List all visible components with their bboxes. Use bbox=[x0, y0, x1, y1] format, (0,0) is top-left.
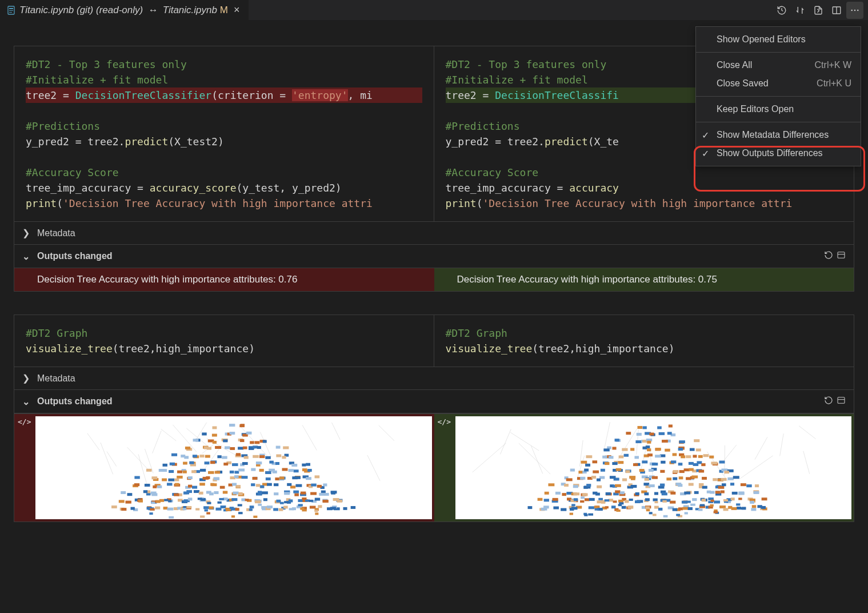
menu-show-opened-editors[interactable]: Show Opened Editors bbox=[696, 30, 861, 49]
svg-rect-464 bbox=[709, 456, 714, 459]
svg-rect-72 bbox=[283, 446, 289, 449]
chevron-down-icon: ⌄ bbox=[22, 396, 31, 407]
revert-icon[interactable] bbox=[824, 396, 833, 407]
svg-rect-752 bbox=[738, 497, 742, 500]
svg-rect-583 bbox=[746, 484, 751, 487]
menu-show-outputs-diff[interactable]: ✓Show Outputs Differences bbox=[696, 144, 861, 162]
svg-rect-747 bbox=[710, 500, 714, 502]
svg-rect-226 bbox=[194, 490, 199, 493]
svg-rect-203 bbox=[274, 483, 278, 486]
svg-rect-566 bbox=[643, 483, 649, 485]
svg-rect-95 bbox=[170, 463, 175, 465]
svg-rect-620 bbox=[732, 492, 738, 495]
toggle-output-icon[interactable] bbox=[837, 396, 846, 407]
svg-rect-328 bbox=[267, 505, 273, 508]
svg-rect-737 bbox=[619, 502, 623, 504]
close-icon[interactable]: × bbox=[231, 4, 242, 16]
svg-rect-551 bbox=[564, 484, 569, 487]
svg-rect-212 bbox=[323, 483, 327, 486]
svg-rect-739 bbox=[584, 514, 587, 516]
svg-rect-34 bbox=[229, 424, 235, 427]
svg-rect-81 bbox=[222, 456, 228, 459]
svg-rect-91 bbox=[277, 454, 282, 457]
svg-rect-560 bbox=[615, 484, 621, 487]
svg-rect-746 bbox=[653, 514, 657, 516]
svg-rect-225 bbox=[184, 492, 190, 495]
svg-rect-477 bbox=[652, 463, 658, 465]
svg-rect-80 bbox=[218, 455, 222, 458]
svg-rect-242 bbox=[285, 492, 290, 495]
svg-rect-382 bbox=[258, 504, 262, 506]
svg-rect-532 bbox=[645, 478, 649, 481]
svg-rect-307 bbox=[167, 508, 174, 511]
svg-rect-346 bbox=[289, 508, 294, 510]
svg-rect-418 bbox=[615, 439, 619, 441]
svg-line-31 bbox=[127, 447, 150, 472]
svg-line-390 bbox=[723, 445, 736, 461]
menu-close-saved[interactable]: Close SavedCtrl+K U bbox=[696, 74, 861, 93]
svg-rect-590 bbox=[573, 492, 579, 495]
svg-rect-202 bbox=[267, 483, 273, 486]
svg-rect-507 bbox=[673, 470, 679, 473]
svg-rect-330 bbox=[274, 508, 279, 511]
code-pane-right[interactable]: #DT2 Graph visualize_tree(tree2,high_imp… bbox=[434, 315, 854, 367]
code-pane-left[interactable]: #DT2 Graph visualize_tree(tree2,high_imp… bbox=[14, 315, 434, 367]
code-pane-left[interactable]: #DT2 - Top 3 features only #Initialize +… bbox=[14, 46, 434, 221]
outputs-row[interactable]: ⌄ Outputs changed bbox=[14, 390, 854, 413]
svg-rect-618 bbox=[715, 491, 721, 493]
output-pane-left: Decision Tree Accuracy with high importa… bbox=[14, 268, 434, 291]
svg-rect-9 bbox=[838, 252, 845, 258]
svg-rect-668 bbox=[762, 497, 767, 500]
svg-rect-619 bbox=[721, 491, 725, 493]
svg-rect-633 bbox=[574, 498, 578, 501]
svg-rect-305 bbox=[155, 507, 161, 509]
svg-rect-586 bbox=[545, 492, 549, 495]
svg-rect-115 bbox=[302, 464, 306, 467]
svg-rect-129 bbox=[215, 471, 220, 473]
svg-rect-419 bbox=[635, 440, 641, 443]
split-editor-icon[interactable] bbox=[828, 2, 845, 19]
svg-rect-733 bbox=[710, 504, 713, 507]
svg-rect-575 bbox=[702, 486, 707, 489]
svg-rect-647 bbox=[645, 498, 650, 501]
svg-rect-332 bbox=[284, 505, 289, 508]
more-actions-icon[interactable] bbox=[846, 2, 863, 19]
toggle-output-icon[interactable] bbox=[837, 250, 846, 262]
history-icon[interactable] bbox=[773, 2, 790, 19]
svg-rect-244 bbox=[295, 493, 299, 496]
outputs-row[interactable]: ⌄ Outputs changed bbox=[14, 245, 854, 268]
svg-rect-725 bbox=[581, 496, 585, 499]
svg-line-399 bbox=[500, 429, 511, 455]
revert-icon[interactable] bbox=[824, 250, 833, 262]
svg-rect-463 bbox=[703, 454, 709, 457]
svg-rect-644 bbox=[635, 500, 641, 503]
svg-rect-580 bbox=[722, 483, 726, 486]
svg-line-389 bbox=[739, 456, 773, 479]
svg-rect-109 bbox=[256, 461, 262, 464]
go-to-file-icon[interactable] bbox=[810, 2, 827, 19]
menu-keep-open[interactable]: Keep Editors Open bbox=[696, 100, 861, 118]
svg-rect-436 bbox=[647, 448, 651, 451]
svg-rect-126 bbox=[200, 469, 206, 472]
svg-rect-641 bbox=[618, 500, 623, 503]
svg-rect-116 bbox=[306, 463, 311, 466]
metadata-row[interactable]: ❯ Metadata bbox=[14, 222, 854, 245]
svg-rect-347 bbox=[201, 516, 205, 518]
svg-rect-119 bbox=[162, 469, 167, 472]
metadata-row[interactable]: ❯ Metadata bbox=[14, 367, 854, 390]
svg-rect-267 bbox=[188, 497, 193, 500]
svg-rect-626 bbox=[538, 498, 543, 501]
svg-rect-701 bbox=[688, 507, 693, 510]
svg-rect-92 bbox=[282, 456, 286, 459]
svg-rect-101 bbox=[205, 461, 210, 464]
svg-rect-678 bbox=[571, 507, 578, 509]
editor-tab[interactable]: Titanic.ipynb (git) (read-only) ↔ Titani… bbox=[0, 0, 249, 20]
svg-rect-745 bbox=[738, 507, 742, 509]
svg-rect-534 bbox=[652, 476, 658, 479]
svg-rect-607 bbox=[662, 492, 667, 495]
svg-rect-543 bbox=[702, 477, 707, 480]
tree-visualization bbox=[455, 416, 851, 519]
menu-show-metadata-diff[interactable]: ✓Show Metadata Differences bbox=[696, 126, 861, 144]
swap-icon[interactable] bbox=[791, 2, 809, 19]
menu-close-all[interactable]: Close AllCtrl+K W bbox=[696, 56, 861, 74]
